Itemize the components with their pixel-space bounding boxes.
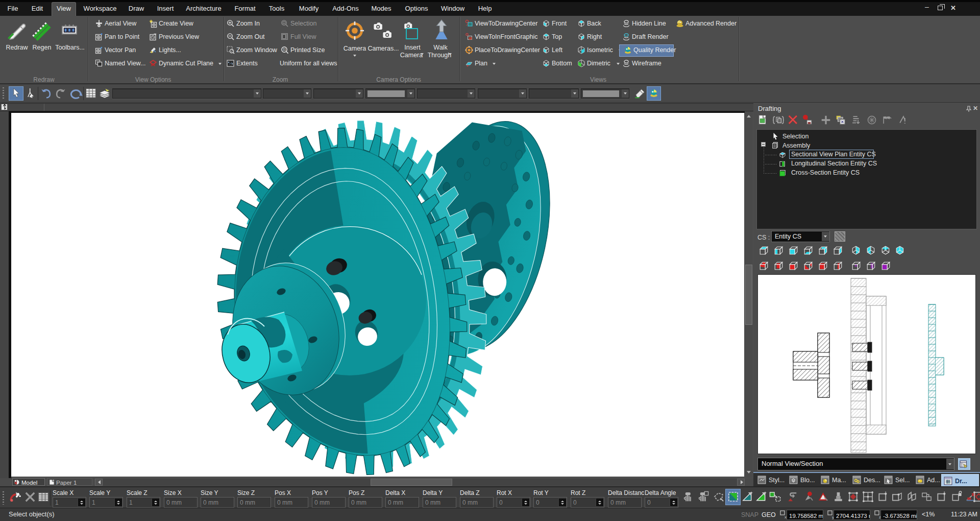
svg-text:11: 11 <box>283 48 286 51</box>
